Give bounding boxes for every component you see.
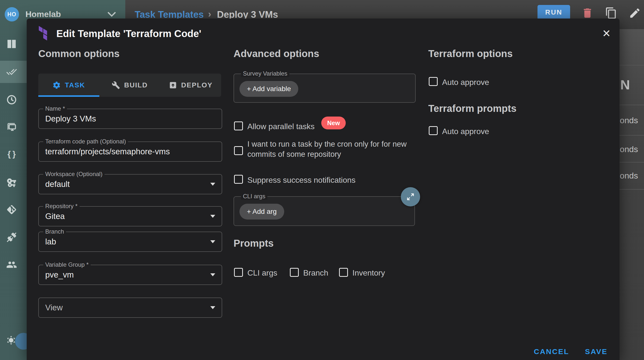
advanced-options-heading: Advanced options [234, 48, 319, 59]
background-text-fragment: N [620, 77, 630, 92]
prompt-branch-checkbox[interactable] [290, 268, 299, 277]
dropdown-caret-icon [210, 183, 215, 186]
save-button[interactable]: SAVE [585, 348, 608, 356]
field-value: Deploy 3 VMs [45, 114, 96, 123]
breadcrumb-separator: › [208, 9, 211, 19]
dropdown-caret-icon [210, 215, 215, 218]
new-badge: New [321, 116, 346, 129]
cron-commits-checkbox[interactable] [234, 146, 243, 155]
close-icon[interactable]: ✕ [600, 26, 613, 40]
terraform-prompts-heading: Terraform prompts [428, 103, 516, 114]
view-select[interactable]: View [38, 298, 222, 318]
edit-template-dialog: Edit Template 'Terraform Code' ✕ Common … [27, 18, 620, 360]
prompt-branch-label: Branch [303, 268, 328, 278]
cancel-button[interactable]: CANCEL [534, 348, 569, 356]
field-label: Terraform code path (Optional) [43, 138, 128, 145]
dropdown-caret-icon [210, 240, 215, 243]
expand-arrows-icon [406, 192, 415, 201]
field-label: Repository * [43, 203, 80, 210]
tab-label: TASK [65, 81, 85, 89]
workspace-select[interactable]: Workspace (Optional) default [38, 174, 222, 194]
terraform-code-path-field[interactable]: Terraform code path (Optional) terraform… [38, 141, 222, 162]
field-label: Variable Group * [43, 261, 91, 268]
tf-prompt-auto-approve-label: Auto approve [442, 127, 489, 136]
branch-select[interactable]: Branch lab [38, 232, 222, 252]
repository-select[interactable]: Repository * Gitea [38, 206, 222, 226]
variable-groups-icon[interactable]: { } [6, 148, 17, 159]
run-button[interactable]: RUN [538, 5, 570, 20]
prompts-heading: Prompts [234, 238, 274, 249]
expand-editor-button[interactable] [401, 187, 420, 206]
prompt-cli-args-checkbox[interactable] [234, 268, 243, 277]
table-cell-fragment: onds [620, 171, 638, 180]
tab-task[interactable]: TASK [38, 74, 99, 97]
tab-build[interactable]: BUILD [99, 74, 160, 97]
app-root: HO Homelab { } [0, 0, 644, 360]
task-templates-icon[interactable] [6, 66, 17, 77]
gear-icon [52, 81, 61, 89]
edit-pencil-icon[interactable] [629, 7, 641, 19]
variable-group-select[interactable]: Variable Group * pve_vm [38, 265, 222, 285]
field-value: default [45, 180, 70, 189]
prompt-inventory-label: Inventory [352, 268, 385, 278]
allow-parallel-label: Allow parallel tasks [247, 122, 314, 131]
prompt-cli-args-label: CLI args [247, 268, 277, 278]
common-options-heading: Common options [38, 48, 120, 59]
chevron-down-icon[interactable] [107, 11, 117, 18]
cron-commits-label: I want to run a task by the cron only fo… [247, 139, 432, 159]
dropdown-caret-icon [210, 273, 215, 276]
name-field[interactable]: Name * Deploy 3 VMs [38, 109, 222, 129]
prompt-inventory-checkbox[interactable] [339, 268, 348, 277]
terraform-options-heading: Terraform options [428, 48, 513, 59]
keys-icon[interactable] [6, 177, 17, 188]
delete-icon[interactable] [581, 7, 594, 19]
field-value: lab [45, 237, 56, 246]
copy-icon[interactable] [605, 7, 617, 19]
table-cell-fragment: onds [620, 116, 638, 125]
field-value: terraform/projects/semaphore-vms [45, 147, 170, 156]
dashboard-icon[interactable] [6, 38, 17, 49]
cli-args-fieldset: CLI args + Add arg [234, 196, 415, 226]
field-placeholder: View [45, 303, 63, 312]
suppress-notifications-label: Suppress success notifications [247, 176, 356, 185]
field-label: Branch [43, 228, 66, 235]
tf-auto-approve-checkbox[interactable] [429, 77, 438, 86]
dropdown-caret-icon [210, 306, 215, 309]
active-tab-indicator [38, 95, 99, 97]
integrations-plug-icon[interactable] [6, 232, 17, 243]
project-name[interactable]: Homelab [26, 9, 61, 19]
tab-label: BUILD [124, 81, 148, 89]
schedule-clock-icon[interactable] [6, 94, 17, 105]
suppress-notifications-checkbox[interactable] [234, 175, 243, 184]
terraform-logo-icon [38, 26, 49, 41]
dialog-title: Edit Template 'Terraform Code' [56, 28, 202, 39]
field-label: Workspace (Optional) [43, 171, 104, 178]
field-value: pve_vm [45, 270, 74, 280]
template-type-tabs: TASK BUILD DEPLOY [38, 74, 221, 97]
tf-auto-approve-label: Auto approve [442, 78, 489, 87]
allow-parallel-checkbox[interactable] [234, 121, 243, 130]
deploy-box-icon [169, 81, 177, 89]
wrench-icon [112, 81, 120, 89]
survey-variables-fieldset: Survey Variables + Add variable [234, 74, 416, 103]
tab-label: DEPLOY [181, 81, 212, 89]
team-people-icon[interactable] [6, 259, 17, 270]
project-avatar[interactable]: HO [5, 7, 19, 21]
add-variable-button[interactable]: + Add variable [240, 81, 298, 97]
tab-deploy[interactable]: DEPLOY [160, 74, 221, 97]
field-label: Name * [43, 105, 67, 112]
inventory-monitor-icon[interactable] [6, 122, 17, 133]
fieldset-legend: CLI args [241, 193, 268, 200]
tf-prompt-auto-approve-checkbox[interactable] [429, 126, 438, 135]
fieldset-legend: Survey Variables [241, 70, 290, 77]
add-arg-button[interactable]: + Add arg [240, 204, 284, 220]
repositories-git-icon[interactable] [6, 204, 17, 215]
field-value: Gitea [45, 212, 65, 221]
table-cell-fragment: onds [620, 144, 638, 154]
